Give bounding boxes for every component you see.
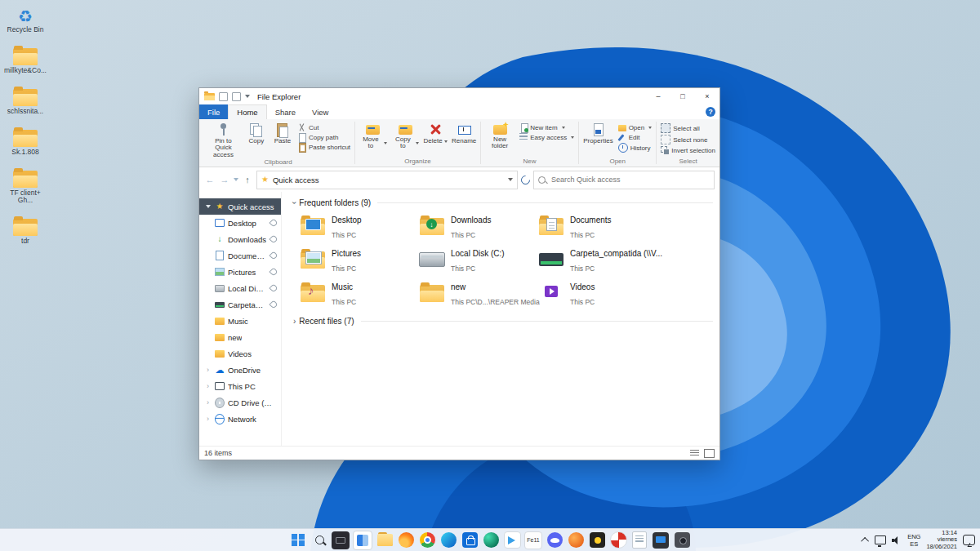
- tray-overflow-chevron-icon[interactable]: [861, 537, 869, 545]
- search-input[interactable]: [550, 175, 710, 184]
- chevron-right-icon[interactable]: ›: [204, 415, 212, 423]
- chrome-button[interactable]: [418, 531, 436, 549]
- sidebar-item-network[interactable]: › Network: [199, 411, 281, 427]
- tile-music[interactable]: ♪ MusicThis PC: [300, 279, 419, 307]
- select-all-button[interactable]: Select all: [659, 123, 717, 133]
- tab-share[interactable]: Share: [267, 104, 304, 119]
- edit-button[interactable]: Edit: [617, 133, 654, 141]
- taskbar-app-dark-icon[interactable]: [332, 531, 350, 549]
- minimize-button[interactable]: –: [646, 88, 670, 104]
- customize-toolbar-caret-icon[interactable]: [245, 95, 250, 98]
- thumbnails-view-icon[interactable]: [704, 449, 715, 458]
- tile-desktop[interactable]: DesktopThis PC: [300, 212, 419, 240]
- sidebar-item-onedrive[interactable]: › ☁ OneDrive: [199, 362, 281, 378]
- easy-access-button[interactable]: Easy access: [518, 133, 576, 141]
- sidebar-item-this-pc[interactable]: › This PC: [199, 378, 281, 394]
- quick-access-toolbar-icon[interactable]: [219, 92, 228, 101]
- store-button[interactable]: [461, 531, 479, 549]
- firefox-button[interactable]: [397, 531, 415, 549]
- desktop-folder-1[interactable]: millkyte&Co...: [2, 44, 49, 74]
- tile-downloads[interactable]: ↓ DownloadsThis PC: [419, 212, 538, 240]
- desktop-folder-2[interactable]: schlssnita...: [2, 85, 49, 115]
- desktop-folder-5[interactable]: tdr: [2, 215, 49, 245]
- sidebar-item-videos[interactable]: Videos: [199, 345, 281, 362]
- properties-toolbar-icon[interactable]: [232, 92, 241, 101]
- sidebar-item-cd-drive[interactable]: › CD Drive (D:) Virtual: [199, 394, 281, 411]
- address-bar[interactable]: ★ Quick access: [256, 171, 518, 189]
- taskbar-app-camera-button[interactable]: [673, 531, 691, 549]
- chevron-right-icon[interactable]: ›: [293, 317, 296, 326]
- sidebar-item-documents[interactable]: Documents: [199, 247, 281, 264]
- delete-button[interactable]: Delete: [422, 121, 449, 144]
- new-item-button[interactable]: New item: [518, 123, 576, 131]
- tile-carpeta-compatida[interactable]: Carpeta_compatida (\\V...This PC: [538, 246, 657, 273]
- maximize-button[interactable]: □: [670, 88, 695, 104]
- refresh-icon[interactable]: [519, 173, 532, 186]
- tab-home[interactable]: Home: [228, 104, 266, 119]
- clock[interactable]: 13:14 viernes 18/06/2021: [926, 530, 957, 551]
- close-button[interactable]: ×: [695, 88, 719, 104]
- details-view-icon[interactable]: [690, 450, 699, 457]
- chevron-right-icon[interactable]: ›: [204, 382, 212, 390]
- tab-view[interactable]: View: [304, 104, 336, 119]
- tab-file[interactable]: File: [199, 104, 228, 119]
- copy-button[interactable]: Copy: [244, 121, 269, 144]
- network-icon[interactable]: [875, 535, 886, 544]
- recent-locations-caret-icon[interactable]: [234, 178, 238, 181]
- language-switcher[interactable]: ENG ES: [907, 533, 920, 548]
- sidebar-item-downloads[interactable]: ↓ Downloads: [199, 231, 281, 247]
- address-dropdown-caret-icon[interactable]: [508, 178, 513, 181]
- notifications-icon[interactable]: [963, 535, 975, 545]
- properties-button[interactable]: Properties: [581, 121, 614, 144]
- select-none-button[interactable]: Select none: [659, 135, 717, 144]
- copy-to-button[interactable]: Copy to: [390, 121, 421, 150]
- desktop-folder-3[interactable]: Sk.1.808: [2, 126, 49, 156]
- recent-files-header[interactable]: › Recent files (7): [293, 317, 713, 326]
- titlebar[interactable]: File Explorer – □ ×: [199, 88, 719, 104]
- chevron-right-icon[interactable]: ›: [204, 366, 212, 374]
- back-button[interactable]: ←: [204, 175, 216, 184]
- paste-button[interactable]: Paste: [270, 121, 295, 144]
- sidebar-item-carpeta-compa[interactable]: Carpeta_compa: [199, 296, 281, 313]
- sidebar-item-local-disk[interactable]: Local Disk (C:): [199, 280, 281, 296]
- start-button[interactable]: [289, 531, 307, 549]
- desktop-folder-4[interactable]: TF client+ Gh...: [2, 167, 49, 204]
- paste-shortcut-button[interactable]: Paste shortcut: [296, 143, 352, 151]
- taskbar-app-media-button[interactable]: [503, 531, 521, 549]
- help-icon[interactable]: ?: [706, 107, 715, 117]
- move-to-button[interactable]: Move to: [358, 121, 389, 150]
- taskbar-app-monitor-button[interactable]: [652, 531, 670, 549]
- tile-documents[interactable]: DocumentsThis PC: [538, 212, 657, 240]
- tile-new[interactable]: newThis PC\D...\REAPER Media: [419, 279, 538, 307]
- taskbar-app-yellow-button[interactable]: [588, 531, 606, 549]
- sidebar-item-desktop[interactable]: Desktop: [199, 215, 281, 231]
- chevron-down-icon[interactable]: ›: [290, 202, 299, 204]
- search-button[interactable]: [310, 531, 328, 549]
- cut-button[interactable]: Cut: [296, 123, 352, 131]
- up-button[interactable]: ↑: [242, 175, 253, 184]
- taskbar-app-fe11-button[interactable]: Fe11: [524, 531, 542, 549]
- sidebar-item-pictures[interactable]: Pictures: [199, 264, 281, 280]
- invert-selection-button[interactable]: Invert selection: [659, 146, 717, 154]
- tile-pictures[interactable]: PicturesThis PC: [300, 246, 419, 273]
- new-folder-button[interactable]: New folder: [483, 121, 516, 150]
- recycle-bin[interactable]: ♻ Recycle Bin: [2, 3, 49, 33]
- chevron-down-icon[interactable]: [204, 205, 212, 208]
- sidebar-item-new[interactable]: new: [199, 329, 281, 345]
- edge-button[interactable]: [439, 531, 457, 549]
- chevron-right-icon[interactable]: ›: [204, 398, 212, 407]
- rename-button[interactable]: Rename: [450, 121, 478, 144]
- file-explorer-button[interactable]: [376, 531, 394, 549]
- notepad-button[interactable]: [630, 531, 648, 549]
- tile-local-disk[interactable]: Local Disk (C:)This PC: [419, 246, 538, 273]
- taskbar-app-orange-button[interactable]: [567, 531, 585, 549]
- history-button[interactable]: History: [617, 143, 654, 153]
- forward-button[interactable]: →: [219, 175, 230, 184]
- open-button[interactable]: Open: [617, 123, 654, 131]
- taskbar-app-teal-button[interactable]: [482, 531, 500, 549]
- discord-button[interactable]: [546, 531, 564, 549]
- volume-icon[interactable]: [892, 536, 902, 544]
- sidebar-item-quick-access[interactable]: ★ Quick access: [199, 198, 281, 215]
- taskbar-app-tiles-icon[interactable]: [353, 531, 372, 550]
- search-box[interactable]: [533, 171, 715, 189]
